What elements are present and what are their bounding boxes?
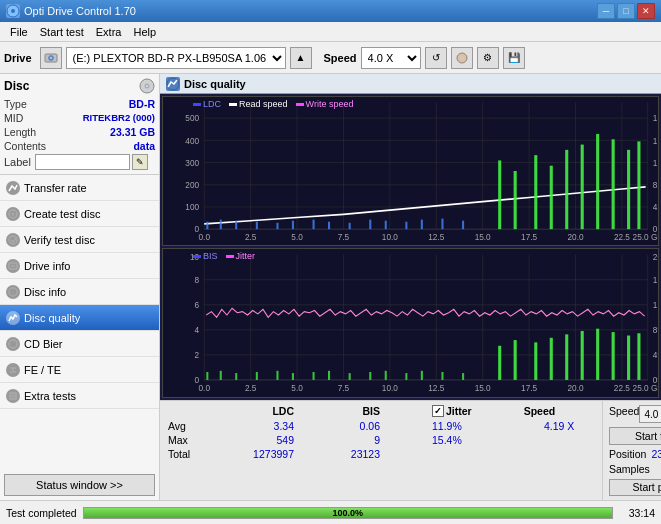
jitter-checkbox[interactable]: ✓ xyxy=(432,405,444,417)
cd-bier-icon xyxy=(6,337,20,351)
stats-max-row: Max 549 9 15.4% xyxy=(168,434,594,446)
drive-select[interactable]: (E:) PLEXTOR BD-R PX-LB950SA 1.06 xyxy=(66,47,286,69)
close-button[interactable]: ✕ xyxy=(637,3,655,19)
stats-bis-header: BIS xyxy=(310,405,380,417)
sidebar-item-create-test-disc[interactable]: Create test disc xyxy=(0,201,159,227)
menu-bar: File Start test Extra Help xyxy=(0,22,661,42)
sidebar-item-drive-info[interactable]: Drive info xyxy=(0,253,159,279)
stats-speed-select-label: Speed xyxy=(609,405,639,423)
svg-text:4: 4 xyxy=(195,325,200,335)
disc-label-btn[interactable]: ✎ xyxy=(132,154,148,170)
menu-extra[interactable]: Extra xyxy=(90,24,128,40)
svg-text:5.0: 5.0 xyxy=(291,232,303,242)
stats-spacer2 xyxy=(488,405,508,417)
menu-start-test[interactable]: Start test xyxy=(34,24,90,40)
svg-text:12%: 12% xyxy=(653,300,658,310)
title-bar: Opti Drive Control 1.70 ─ □ ✕ xyxy=(0,0,661,22)
sidebar-item-extra-tests[interactable]: Extra tests xyxy=(0,383,159,409)
svg-rect-145 xyxy=(462,373,464,380)
sidebar-item-verify-test-disc[interactable]: Verify test disc xyxy=(0,227,159,253)
svg-rect-134 xyxy=(256,372,258,380)
sidebar: Disc Type BD-R MID RITEKBR2 (000) Length… xyxy=(0,74,160,500)
progress-area: Test completed 100.0% 33:14 xyxy=(0,500,661,524)
svg-rect-131 xyxy=(206,372,208,380)
svg-point-9 xyxy=(146,85,148,87)
jitter-check[interactable]: ✓ Jitter xyxy=(432,405,472,417)
svg-rect-74 xyxy=(349,223,351,229)
stats-avg-ldc: 3.34 xyxy=(224,420,294,432)
disc-length-label: Length xyxy=(4,126,36,138)
stats-samples-row: Samples 381113 xyxy=(609,463,661,475)
sidebar-item-cd-bier[interactable]: CD Bier xyxy=(0,331,159,357)
sidebar-item-transfer-rate[interactable]: Transfer rate xyxy=(0,175,159,201)
sidebar-item-disc-quality[interactable]: Disc quality xyxy=(0,305,159,331)
main-layout: Disc Type BD-R MID RITEKBR2 (000) Length… xyxy=(0,74,661,500)
settings-button[interactable]: ⚙ xyxy=(477,47,499,69)
disc-type-value: BD-R xyxy=(129,98,155,110)
save-button[interactable]: 💾 xyxy=(503,47,525,69)
svg-text:0.0: 0.0 xyxy=(199,232,211,242)
disc-label-row: Label ✎ xyxy=(4,154,155,170)
verify-test-disc-icon xyxy=(6,233,20,247)
svg-text:12X: 12X xyxy=(653,158,658,168)
svg-rect-138 xyxy=(328,371,330,380)
sidebar-item-fe-te[interactable]: FE / TE xyxy=(0,357,159,383)
svg-rect-155 xyxy=(637,333,640,380)
start-part-button[interactable]: Start part xyxy=(609,479,661,497)
svg-rect-73 xyxy=(328,222,330,229)
svg-text:16%: 16% xyxy=(653,275,658,285)
ldc-label: LDC xyxy=(203,99,221,109)
status-window-button[interactable]: Status window >> xyxy=(4,474,155,496)
svg-rect-146 xyxy=(498,346,501,380)
disc-mid-value: RITEKBR2 (000) xyxy=(83,112,155,124)
svg-rect-132 xyxy=(220,371,222,380)
maximize-button[interactable]: □ xyxy=(617,3,635,19)
drive-info-icon xyxy=(6,259,20,273)
svg-rect-78 xyxy=(421,220,423,230)
svg-text:5.0: 5.0 xyxy=(291,383,303,393)
svg-text:8%: 8% xyxy=(653,325,658,335)
transfer-rate-icon xyxy=(6,181,20,195)
svg-text:25.0 GB: 25.0 GB xyxy=(633,383,658,393)
svg-text:10.0: 10.0 xyxy=(382,383,398,393)
start-full-button[interactable]: Start full xyxy=(609,427,661,445)
sidebar-nav: Transfer rate Create test disc Verify te… xyxy=(0,175,159,470)
stats-speed-select[interactable]: 4.0 X xyxy=(639,405,661,423)
svg-rect-80 xyxy=(462,221,464,229)
svg-rect-72 xyxy=(313,220,315,230)
disc-label-input[interactable] xyxy=(35,154,130,170)
speed-select[interactable]: 4.0 X xyxy=(361,47,421,69)
status-text: Test completed xyxy=(6,507,77,519)
svg-rect-70 xyxy=(276,223,278,229)
position-value: 23862 MB xyxy=(652,448,662,460)
disc-button[interactable] xyxy=(451,47,473,69)
svg-text:22.5: 22.5 xyxy=(614,383,630,393)
stats-max-label: Max xyxy=(168,434,208,446)
disc-mid-label: MID xyxy=(4,112,23,124)
refresh-button[interactable]: ↺ xyxy=(425,47,447,69)
sidebar-item-disc-info[interactable]: i Disc info xyxy=(0,279,159,305)
svg-rect-90 xyxy=(637,141,640,229)
position-label: Position xyxy=(609,448,646,460)
svg-text:12.5: 12.5 xyxy=(428,383,444,393)
svg-point-17 xyxy=(9,340,17,348)
stats-table: LDC BIS ✓ Jitter Speed Avg 3.34 0.06 11.… xyxy=(160,401,602,500)
read-color xyxy=(229,103,237,106)
menu-help[interactable]: Help xyxy=(127,24,162,40)
svg-rect-142 xyxy=(405,373,407,380)
svg-text:17.5: 17.5 xyxy=(521,232,537,242)
read-label: Read speed xyxy=(239,99,288,109)
minimize-button[interactable]: ─ xyxy=(597,3,615,19)
disc-type-row: Type BD-R xyxy=(4,98,155,110)
svg-rect-136 xyxy=(292,373,294,380)
eject-button[interactable]: ▲ xyxy=(290,47,312,69)
menu-file[interactable]: File xyxy=(4,24,34,40)
stats-empty-header xyxy=(168,405,208,417)
svg-text:2.5: 2.5 xyxy=(245,232,257,242)
write-label: Write speed xyxy=(306,99,354,109)
svg-text:25.0 GB: 25.0 GB xyxy=(633,232,658,242)
svg-text:4X: 4X xyxy=(653,202,658,212)
disc-quality-icon-header xyxy=(166,77,180,91)
disc-length-row: Length 23.31 GB xyxy=(4,126,155,138)
svg-text:20%: 20% xyxy=(653,252,658,262)
